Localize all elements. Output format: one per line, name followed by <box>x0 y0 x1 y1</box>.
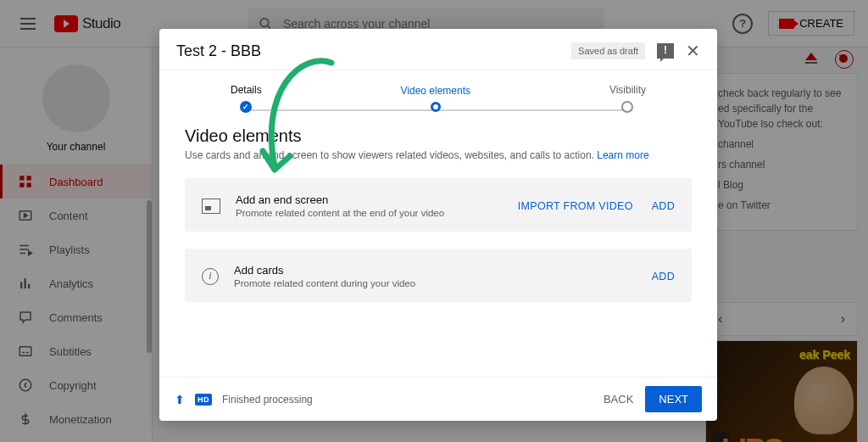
stepper: Details Video elements Visibility <box>159 70 717 118</box>
step-details[interactable]: Details <box>231 84 262 113</box>
learn-more-link[interactable]: Learn more <box>597 149 648 161</box>
next-button[interactable]: NEXT <box>645 386 702 412</box>
modal-title: Test 2 - BBB <box>176 42 261 60</box>
card-title: Add an end screen <box>236 193 503 206</box>
hd-badge: HD <box>195 394 212 406</box>
end-screen-icon <box>202 199 220 214</box>
step-visibility[interactable]: Visibility <box>609 84 646 113</box>
upload-icon: ⬆ <box>175 393 185 406</box>
card-title: Add cards <box>234 264 637 277</box>
back-button[interactable]: BACK <box>604 393 633 406</box>
modal-footer: ⬆ HD Finished processing BACK NEXT <box>159 377 717 421</box>
check-icon <box>240 101 252 113</box>
upload-modal: Test 2 - BBB Saved as draft ✕ Details Vi… <box>159 29 717 421</box>
card-desc: Promote related content during your vide… <box>234 278 637 288</box>
section-subtitle: Use cards and an end screen to show view… <box>185 149 692 161</box>
section-title: Video elements <box>185 126 692 146</box>
import-from-video-button[interactable]: IMPORT FROM VIDEO <box>518 200 633 212</box>
modal-header: Test 2 - BBB Saved as draft ✕ <box>159 29 717 70</box>
report-icon[interactable] <box>657 43 674 59</box>
circle-icon <box>431 102 441 112</box>
card-desc: Promote related content at the end of yo… <box>236 208 503 218</box>
info-icon: i <box>202 268 219 285</box>
processing-status: Finished processing <box>222 394 313 406</box>
cards-card: i Add cards Promote related content duri… <box>185 249 692 302</box>
modal-body: Video elements Use cards and an end scre… <box>159 118 717 377</box>
circle-icon <box>621 101 633 113</box>
draft-badge: Saved as draft <box>571 42 645 59</box>
step-video-elements[interactable]: Video elements <box>401 85 471 112</box>
end-screen-card: Add an end screen Promote related conten… <box>185 178 692 232</box>
close-icon[interactable]: ✕ <box>686 41 700 61</box>
add-cards-button[interactable]: ADD <box>652 271 675 283</box>
add-end-screen-button[interactable]: ADD <box>652 200 675 212</box>
